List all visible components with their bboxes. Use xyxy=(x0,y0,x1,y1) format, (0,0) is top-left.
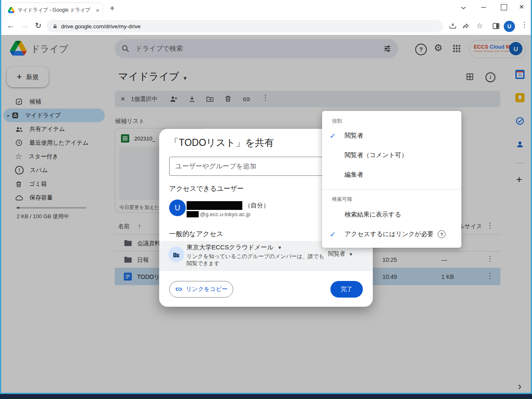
help-circle-icon[interactable]: ? xyxy=(438,230,446,238)
menu-item-editor[interactable]: ✓ 編集者 xyxy=(322,165,461,185)
url-text: drive.google.com/drive/my-drive xyxy=(61,23,140,30)
lock-icon xyxy=(52,24,58,29)
copy-link-button[interactable]: リンクをコピー xyxy=(169,281,233,298)
check-icon: ✓ xyxy=(330,131,339,140)
tab-close-icon[interactable]: × xyxy=(96,7,99,13)
done-button[interactable]: 完了 xyxy=(330,281,363,298)
window-border-left xyxy=(0,0,1,399)
general-access-name: 東京大学ECCSクラウドメール xyxy=(187,244,273,251)
caret-down-icon: ▾ xyxy=(278,245,281,250)
side-panel-icon[interactable] xyxy=(492,22,500,30)
owner-self-suffix: （自分） xyxy=(244,202,269,209)
general-access-selector[interactable]: 東京大学ECCSクラウドメール ▾ xyxy=(187,244,281,251)
desktop-strip xyxy=(0,394,532,399)
owner-avatar: U xyxy=(169,200,186,216)
share-icon[interactable] xyxy=(462,22,470,30)
save-page-icon[interactable] xyxy=(449,22,457,30)
general-access-label: 一般的なアクセス xyxy=(169,230,223,239)
caret-down-icon: ▾ xyxy=(350,251,352,257)
owner-email-domain: @g.ecc.u-tokyo.ac.jp xyxy=(200,211,251,217)
general-access-role-button[interactable]: 閲覧者 ▾ xyxy=(325,247,355,261)
back-button[interactable]: ← xyxy=(7,22,15,30)
reload-button[interactable]: ↻ xyxy=(35,22,42,30)
forward-button[interactable]: → xyxy=(21,22,29,30)
share-dialog-title: 「TODOリスト」を共有 xyxy=(169,136,274,149)
new-tab-button[interactable]: + xyxy=(110,4,115,12)
role-value: 閲覧者 xyxy=(328,250,345,258)
address-bar[interactable]: drive.google.com/drive/my-drive xyxy=(47,20,443,32)
bookmark-star-icon[interactable]: ☆ xyxy=(476,22,483,30)
window-chevron-icon[interactable] xyxy=(461,6,466,10)
check-icon: ✓ xyxy=(330,230,339,239)
browser-menu-icon[interactable]: ⋮ xyxy=(521,21,528,28)
browser-avatar[interactable]: U xyxy=(504,21,515,32)
owner-email-redacted xyxy=(187,211,199,217)
organization-building-icon xyxy=(168,246,184,262)
menu-divider xyxy=(322,189,461,190)
browser-tab[interactable]: マイドライブ - Google ドライブ × xyxy=(4,2,103,17)
role-dropdown-menu: 役割 ✓ 閲覧者 ✓ 閲覧者（コメント可） ✓ 編集者 検索可能 ✓ 検索結果に… xyxy=(322,111,461,248)
role-section-label: 役割 xyxy=(332,118,342,125)
general-access-description: リンクを知っているこのグループのメンバーは、誰でも閲覧できます xyxy=(187,253,329,267)
searchable-section-label: 検索可能 xyxy=(332,196,352,203)
owner-name-redacted xyxy=(187,201,242,210)
copy-link-label: リンクをコピー xyxy=(186,286,228,293)
window-maximize-button[interactable] xyxy=(501,4,507,10)
menu-item-viewer[interactable]: ✓ 閲覧者 xyxy=(322,126,461,145)
menu-item-commenter[interactable]: ✓ 閲覧者（コメント可） xyxy=(322,145,461,165)
menu-item-link-required[interactable]: ✓ アクセスするにはリンクが必要 ? xyxy=(322,224,461,244)
menu-item-show-in-search[interactable]: ✓ 検索結果に表示する xyxy=(322,205,461,224)
window-minimize-button[interactable]: – xyxy=(481,2,486,11)
window-close-button[interactable]: × xyxy=(519,2,524,11)
drive-favicon xyxy=(8,7,15,13)
access-users-label: アクセスできるユーザー xyxy=(169,185,244,193)
browser-window: マイドライブ - Google ドライブ × + – × ← → ↻ drive… xyxy=(0,0,532,399)
done-label: 完了 xyxy=(341,286,352,293)
link-icon xyxy=(175,286,182,293)
tab-title: マイドライブ - Google ドライブ xyxy=(17,7,94,14)
